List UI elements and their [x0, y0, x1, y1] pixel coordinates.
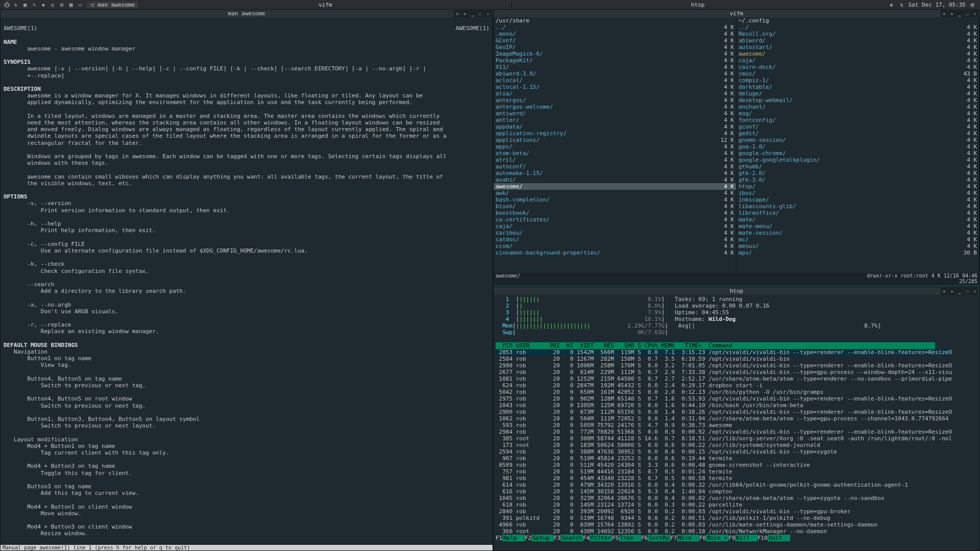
power-icon[interactable]: ⏻ [3, 1, 10, 8]
file-row[interactable]: appdata/4 K [494, 123, 736, 130]
file-row[interactable]: gnome-session/4 K [737, 137, 979, 143]
file-row[interactable]: ccsm/4 K [494, 243, 736, 249]
file-row[interactable]: autoconf/4 K [494, 163, 736, 170]
file-row[interactable]: GConf/4 K [494, 37, 736, 44]
file-row[interactable]: bash-completion/4 K [494, 196, 736, 203]
file-row[interactable]: antiword/4 K [494, 110, 736, 117]
file-row[interactable]: fontconfig/4 K [737, 117, 979, 123]
folder-icon[interactable]: ▣ [21, 1, 29, 8]
files-icon[interactable]: ⊞ [58, 1, 65, 8]
file-row[interactable]: application-registry/4 K [494, 130, 736, 137]
pin-icon[interactable]: ✥ [948, 288, 955, 295]
file-row[interactable]: mpv/30 B [737, 249, 979, 256]
pin-icon[interactable]: ✥ [948, 10, 955, 17]
file-row[interactable]: caribou/4 K [494, 230, 736, 236]
file-row[interactable]: inkscape/4 K [737, 196, 979, 203]
file-row[interactable]: mc/4 K [737, 236, 979, 243]
file-row[interactable]: GeoIP/4 K [494, 44, 736, 51]
file-row[interactable]: cmus/43 B [737, 70, 979, 77]
pin-icon[interactable]: ✥ [461, 10, 469, 17]
edit-icon[interactable]: ✎ [31, 1, 38, 8]
vifm-left-panel[interactable]: /usr/share ../4 K.mono/4 KGConf/4 KGeoIP… [494, 17, 737, 273]
file-row[interactable]: ../4 K [494, 24, 736, 31]
file-row[interactable]: google-chrome/4 K [737, 150, 979, 157]
maximize-icon[interactable]: ▢ [477, 10, 484, 17]
file-row[interactable]: mate-menu/4 K [737, 223, 979, 230]
file-row[interactable]: antergos/4 K [494, 97, 736, 104]
monitor-icon[interactable]: ▭ [77, 1, 84, 8]
file-row[interactable]: eog/4 K [737, 110, 979, 117]
file-row[interactable]: gthumb/4 K [737, 163, 979, 170]
file-row[interactable]: awk/4 K [494, 190, 736, 196]
file-row[interactable]: boostbook/4 K [494, 210, 736, 216]
file-row[interactable]: cinnamon-background-properties/4 K [494, 249, 736, 256]
file-row[interactable]: caja/4 K [494, 223, 736, 230]
file-row[interactable]: gedit/4 K [737, 130, 979, 137]
file-row[interactable]: enchant/4 K [737, 104, 979, 110]
file-row[interactable]: htop/4 K [737, 183, 979, 190]
file-row[interactable]: desktop-webmail/4 K [737, 97, 979, 104]
file-row[interactable]: bison/4 K [494, 203, 736, 210]
file-row[interactable]: atom-beta/4 K [494, 150, 736, 157]
htop-content[interactable]: 1 [|||||| 8.1%] Tasks: 69; 1 running 2 [… [494, 295, 979, 550]
file-row[interactable]: abiword-3.0/4 K [494, 70, 736, 77]
file-row[interactable]: catdoc/4 K [494, 236, 736, 243]
file-row[interactable]: Recoll.org/4 K [737, 31, 979, 37]
file-row[interactable]: menus/4 K [737, 243, 979, 249]
maximize-icon[interactable]: ▢ [964, 288, 971, 295]
tile-icon[interactable]: ⊞ [941, 10, 948, 17]
network-icon[interactable]: ⇅ [898, 1, 905, 8]
task-htop[interactable]: htop [511, 2, 884, 8]
task-vifm[interactable]: vifm [139, 2, 511, 8]
file-row[interactable]: atril/4 K [494, 157, 736, 163]
file-row[interactable]: mate-session/4 K [737, 230, 979, 236]
file-row[interactable]: PackageKit/4 K [494, 57, 736, 64]
file-row[interactable]: awesome/4 K [737, 51, 979, 57]
grid-icon[interactable]: ▦ [67, 1, 75, 8]
close-icon[interactable]: ✕ [971, 288, 978, 295]
file-row[interactable]: libreoffice/4 K [737, 210, 979, 216]
close-icon[interactable]: ✕ [971, 10, 978, 17]
vifm-right-panel[interactable]: ~/.config ../4 KRecoll.org/4 Kabiword/4 … [737, 17, 979, 273]
file-row[interactable]: ca-certificates/4 K [494, 216, 736, 223]
maximize-icon[interactable]: ▢ [964, 10, 971, 17]
file-row[interactable]: ImageMagick-6/4 K [494, 51, 736, 57]
file-row[interactable]: awesome/4 K [494, 183, 736, 190]
file-row[interactable]: X11/4 K [494, 64, 736, 70]
file-row[interactable]: mate/4 K [737, 216, 979, 223]
file-row[interactable]: gconf/4 K [737, 123, 979, 130]
file-row[interactable]: goa-1.0/4 K [737, 143, 979, 150]
file-row[interactable]: aclocal-1.15/4 K [494, 84, 736, 90]
file-row[interactable]: cairo-dock/4 K [737, 64, 979, 70]
file-row[interactable]: antler/4 K [494, 117, 736, 123]
file-row[interactable]: apps/4 K [494, 143, 736, 150]
file-row[interactable]: deluge/4 K [737, 90, 979, 97]
file-row[interactable]: gtk-3.0/4 K [737, 177, 979, 183]
file-row[interactable]: caja/4 K [737, 57, 979, 64]
tile-icon[interactable]: ⊞ [941, 288, 948, 295]
refresh-icon[interactable]: ↻ [12, 1, 19, 8]
file-row[interactable]: aclocal/4 K [494, 77, 736, 84]
file-row[interactable]: abiword/4 K [737, 37, 979, 44]
file-row[interactable]: .mono/4 K [494, 31, 736, 37]
file-row[interactable]: libaccounts-glib/4 K [737, 203, 979, 210]
man-content[interactable]: AWESOME(1)AWESOME(1) NAME awesome - awes… [1, 17, 493, 545]
file-row[interactable]: autostart/4 K [737, 44, 979, 51]
minimize-icon[interactable]: ▁ [956, 10, 963, 17]
minimize-icon[interactable]: ▁ [956, 288, 963, 295]
file-row[interactable]: avahi/4 K [494, 177, 736, 183]
web-icon[interactable]: ◎ [49, 1, 56, 8]
terminal-icon[interactable]: ▪ [40, 1, 47, 8]
file-row[interactable]: applications/12 K [494, 137, 736, 143]
file-row[interactable]: gtk-2.0/4 K [737, 170, 979, 177]
file-row[interactable]: darktable/4 K [737, 84, 979, 90]
dropbox-icon[interactable]: ◈ [888, 1, 895, 8]
file-row[interactable]: alsa/4 K [494, 90, 736, 97]
file-row[interactable]: automake-1.15/4 K [494, 170, 736, 177]
close-icon[interactable]: ✕ [484, 10, 492, 17]
file-row[interactable]: ibus/4 K [737, 190, 979, 196]
layout-icon[interactable]: ▤ [969, 1, 976, 8]
file-row[interactable]: google-googletalkplugin/4 K [737, 157, 979, 163]
tile-icon[interactable]: ⊞ [454, 10, 461, 17]
minimize-icon[interactable]: ▁ [469, 10, 476, 17]
